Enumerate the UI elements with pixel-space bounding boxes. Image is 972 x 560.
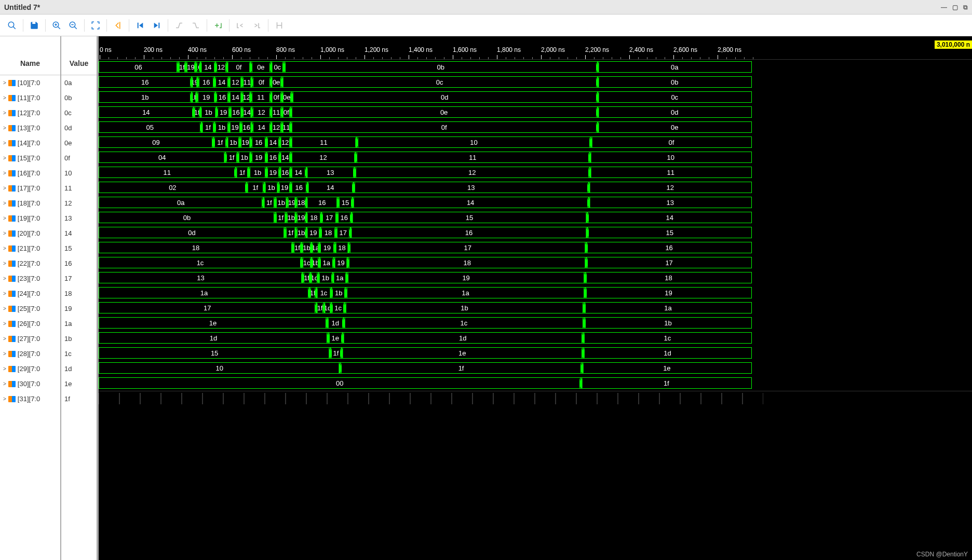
expand-icon[interactable]: >: [3, 396, 6, 402]
waveform-row[interactable]: 1619161412110f0e0c0b: [99, 75, 972, 90]
wave-segment: 05: [99, 121, 201, 133]
wave-segment: 1f: [247, 182, 264, 193]
waveform-row[interactable]: 0d1f1b1918171615: [99, 225, 972, 240]
expand-icon[interactable]: >: [3, 110, 6, 116]
signal-name-row[interactable]: >[21][7:0: [0, 241, 60, 256]
goto-cursor-icon[interactable]: [110, 18, 126, 33]
signal-name: [22][7:0: [18, 259, 40, 267]
signal-name-row[interactable]: >[16][7:0: [0, 166, 60, 181]
expand-icon[interactable]: >: [3, 125, 6, 131]
expand-icon[interactable]: >: [3, 170, 6, 176]
first-edge-icon[interactable]: [132, 18, 148, 33]
signal-name-row[interactable]: >[26][7:0: [0, 316, 60, 331]
expand-icon[interactable]: >: [3, 230, 6, 236]
signal-name-row[interactable]: >[10][7:0: [0, 75, 60, 90]
zoom-in-icon[interactable]: [49, 18, 64, 33]
signal-name-row[interactable]: >[22][7:0: [0, 256, 60, 271]
expand-icon[interactable]: >: [3, 261, 6, 266]
bus-icon: [8, 95, 16, 101]
wave-segment: 12: [252, 106, 271, 118]
signal-name-row[interactable]: >[31][7:0: [0, 391, 60, 406]
signal-name-row[interactable]: >[27][7:0: [0, 331, 60, 346]
waveform-row[interactable]: 101f1e: [99, 361, 972, 376]
signal-name-row[interactable]: >[28][7:0: [0, 346, 60, 361]
wave-segment: 19: [278, 182, 290, 193]
expand-icon[interactable]: >: [3, 200, 6, 206]
signal-name-row[interactable]: >[20][7:0: [0, 226, 60, 241]
waveform-row[interactable]: 151f1e1d: [99, 346, 972, 361]
signal-name: [12][7:0: [18, 109, 40, 117]
expand-icon[interactable]: >: [3, 336, 6, 342]
waveform-row[interactable]: 0b1f1b191817161514: [99, 210, 972, 225]
bus-icon: [8, 396, 16, 402]
expand-icon[interactable]: >: [3, 351, 6, 357]
waveform-row[interactable]: 171f1d1c1b1a: [99, 301, 972, 316]
save-icon[interactable]: [26, 18, 42, 33]
expand-icon[interactable]: >: [3, 245, 6, 251]
wave-segment: 14: [280, 152, 291, 163]
restore-icon[interactable]: ⧉: [963, 4, 968, 11]
waveform-row[interactable]: 001f: [99, 376, 972, 391]
signal-value: 1e: [61, 376, 97, 391]
signal-name-row[interactable]: >[18][7:0: [0, 196, 60, 211]
expand-icon[interactable]: >: [3, 306, 6, 311]
signal-name-row[interactable]: >[15][7:0: [0, 151, 60, 166]
expand-icon[interactable]: >: [3, 140, 6, 146]
waveform-row[interactable]: 041f1b191614121110: [99, 150, 972, 165]
waveform-row[interactable]: 061f191614120f0e0c0b0a: [99, 60, 972, 75]
signal-name-row[interactable]: >[13][7:0: [0, 120, 60, 135]
waveform-row[interactable]: 131f1c1b1a1918: [99, 270, 972, 285]
waveform-row[interactable]: 091f1b1916141211100f: [99, 135, 972, 150]
signal-name-row[interactable]: >[17][7:0: [0, 181, 60, 196]
signal-name: [11][7:0: [18, 94, 40, 102]
waveform-row[interactable]: 021f1b1916141312: [99, 180, 972, 195]
wave-segment: 1d: [99, 332, 328, 344]
expand-icon[interactable]: >: [3, 291, 6, 296]
search-icon[interactable]: [4, 18, 20, 33]
waveform-row[interactable]: 1a1f1c1b1a19: [99, 285, 972, 301]
signal-name-row[interactable]: >[12][7:0: [0, 105, 60, 120]
scrollbar-track[interactable]: [99, 391, 972, 406]
wave-segment: 11: [356, 152, 590, 163]
signal-name-row[interactable]: >[19][7:0: [0, 211, 60, 226]
expand-icon[interactable]: >: [3, 321, 6, 326]
waveform-row[interactable]: 1c1c1b1a191817: [99, 255, 972, 270]
add-marker-icon[interactable]: [210, 18, 226, 33]
signal-name: [20][7:0: [18, 229, 40, 237]
expand-icon[interactable]: >: [3, 95, 6, 101]
signal-name-row[interactable]: >[29][7:0: [0, 361, 60, 376]
waveform-row[interactable]: 1e1d1c1b: [99, 316, 972, 331]
maximize-icon[interactable]: ▢: [952, 4, 958, 11]
waveform-area[interactable]: 3,010,000 n 0 ns200 ns400 ns600 ns800 ns…: [99, 36, 972, 560]
waveform-row[interactable]: 111f1b191614131211: [99, 165, 972, 180]
expand-icon[interactable]: >: [3, 215, 6, 221]
wave-segment: 18: [335, 242, 349, 253]
time-ruler[interactable]: 0 ns200 ns400 ns600 ns800 ns1,000 ns1,20…: [99, 44, 972, 60]
wave-segment: 13: [99, 272, 303, 283]
signal-name: [14][7:0: [18, 139, 40, 147]
waveform-row[interactable]: 181f1b1a19181716: [99, 240, 972, 255]
waveform-row[interactable]: 0a1f1b191816151413: [99, 195, 972, 210]
expand-icon[interactable]: >: [3, 381, 6, 387]
minimize-icon[interactable]: —: [941, 4, 947, 11]
signal-name-row[interactable]: >[25][7:0: [0, 301, 60, 316]
zoom-fit-icon[interactable]: [88, 18, 103, 33]
signal-name-row[interactable]: >[11][7:0: [0, 90, 60, 105]
expand-icon[interactable]: >: [3, 185, 6, 191]
signal-name-row[interactable]: >[24][7:0: [0, 286, 60, 301]
signal-name-row[interactable]: >[14][7:0: [0, 135, 60, 151]
waveform-row[interactable]: 1d1e1d1c: [99, 331, 972, 346]
signal-name-row[interactable]: >[30][7:0: [0, 376, 60, 391]
signal-name-row[interactable]: >[23][7:0: [0, 271, 60, 286]
wave-segment: 14: [214, 76, 229, 88]
zoom-out-icon[interactable]: [65, 18, 81, 33]
waveform-row[interactable]: 1b1b19161412110f0e0d0c: [99, 90, 972, 105]
wave-segment: 1f: [201, 121, 215, 133]
expand-icon[interactable]: >: [3, 80, 6, 86]
waveform-row[interactable]: 051f1b19161412110f0e: [99, 120, 972, 135]
waveform-row[interactable]: 141f1b19161412110f0e0d: [99, 105, 972, 120]
expand-icon[interactable]: >: [3, 366, 6, 372]
last-edge-icon[interactable]: [149, 18, 165, 33]
expand-icon[interactable]: >: [3, 276, 6, 281]
expand-icon[interactable]: >: [3, 155, 6, 161]
